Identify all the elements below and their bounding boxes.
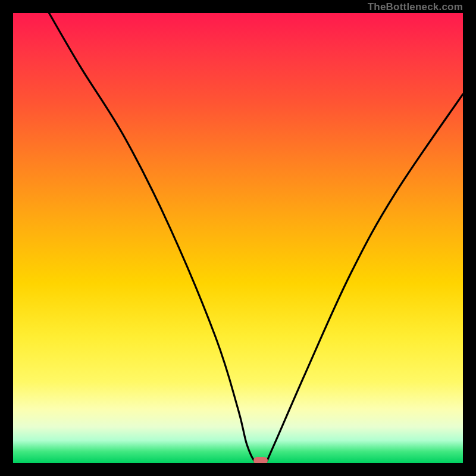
optimum-marker (253, 457, 268, 463)
bottleneck-curve (13, 13, 463, 463)
watermark-text: TheBottleneck.com (368, 1, 463, 13)
plot-area (13, 13, 463, 463)
